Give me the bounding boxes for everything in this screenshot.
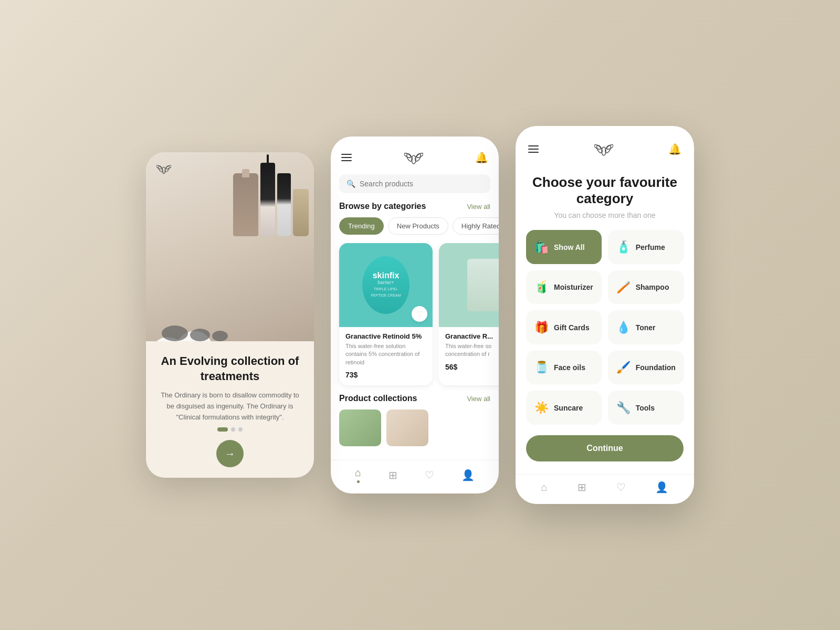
cat-nav-profile[interactable]: 👤 bbox=[655, 481, 668, 494]
cat-label-face-oils: Face oils bbox=[554, 363, 585, 372]
continue-button[interactable]: Continue bbox=[526, 435, 684, 461]
category-bottom-nav: ⌂ ⊞ ♡ 👤 bbox=[516, 474, 694, 504]
product-price-1: 73$ bbox=[345, 371, 426, 379]
product-desc-2: This water-free so concentration of r bbox=[445, 342, 499, 359]
dot-1 bbox=[217, 427, 228, 432]
screens-container: An Evolving collection of treatments The… bbox=[146, 126, 694, 504]
screen-2-browse: 🔔 🔍 Browse by categories View all Trendi… bbox=[331, 136, 499, 494]
category-header: 🔔 bbox=[516, 126, 694, 166]
perfume-emoji: 🧴 bbox=[616, 240, 631, 254]
view-all-categories[interactable]: View all bbox=[467, 203, 490, 211]
cat-tools[interactable]: 🔧 Tools bbox=[608, 391, 684, 425]
home-icon: ⌂ bbox=[355, 467, 361, 479]
cat-label-toner: Toner bbox=[636, 323, 656, 332]
cat-home-icon: ⌂ bbox=[541, 481, 547, 494]
tab-trending[interactable]: Trending bbox=[339, 217, 384, 235]
product-card-1[interactable]: skinfix barrier+TRIPLE LIPID-PEPTIDE CRE… bbox=[339, 243, 433, 385]
logo-small bbox=[156, 161, 171, 177]
toner-emoji: 💧 bbox=[616, 321, 631, 334]
product-price-2: 56$ bbox=[445, 363, 499, 371]
notification-bell[interactable]: 🔔 bbox=[475, 151, 488, 164]
product-card-2[interactable]: Granactive R... This water-free so conce… bbox=[439, 243, 499, 385]
splash-content: An Evolving collection of treatments The… bbox=[146, 341, 314, 478]
category-notification-bell[interactable]: 🔔 bbox=[668, 143, 681, 155]
cat-shampoo[interactable]: 🪥 Shampoo bbox=[608, 270, 684, 304]
dot-2 bbox=[231, 427, 235, 432]
product-info-1: Granactive Retinoid 5% This water-free s… bbox=[339, 327, 433, 385]
svg-point-8 bbox=[404, 152, 412, 159]
cat-perfume[interactable]: 🧴 Perfume bbox=[608, 230, 684, 264]
shampoo-emoji: 🪥 bbox=[616, 280, 631, 294]
nav-wishlist[interactable]: ♡ bbox=[425, 469, 434, 481]
svg-point-14 bbox=[606, 144, 613, 150]
product-desc-1: This water-free solution contains 5% con… bbox=[345, 342, 426, 366]
svg-point-9 bbox=[416, 152, 423, 159]
show-all-emoji: 🛍️ bbox=[534, 240, 549, 254]
cat-heart-icon: ♡ bbox=[616, 481, 626, 494]
cat-nav-grid[interactable]: ⊞ bbox=[578, 481, 586, 494]
screen-3-category: 🔔 Choose your favourite category You can… bbox=[516, 126, 694, 504]
cat-label-foundation: Foundation bbox=[636, 363, 676, 372]
tab-highly-rated[interactable]: Highly Rated bbox=[453, 217, 499, 235]
cat-label-gift: Gift Cards bbox=[554, 323, 590, 332]
nav-home[interactable]: ⌂ bbox=[355, 467, 361, 483]
category-page-subtitle: You can choose more than one bbox=[516, 211, 694, 230]
cat-toner[interactable]: 💧 Toner bbox=[608, 310, 684, 344]
user-icon: 👤 bbox=[461, 469, 475, 481]
dot-3 bbox=[238, 427, 243, 432]
search-icon: 🔍 bbox=[346, 180, 355, 188]
category-tabs: Trending New Products Highly Rated bbox=[331, 217, 499, 243]
pagination-dots bbox=[159, 427, 301, 432]
cat-foundation[interactable]: 🖌️ Foundation bbox=[608, 351, 684, 385]
collection-thumb-2[interactable] bbox=[386, 410, 428, 446]
heart-icon: ♡ bbox=[425, 469, 434, 481]
menu-icon[interactable] bbox=[341, 154, 352, 161]
cat-nav-home[interactable]: ⌂ bbox=[541, 481, 547, 494]
collection-thumb-1[interactable] bbox=[339, 410, 381, 446]
cat-grid-icon: ⊞ bbox=[578, 481, 586, 494]
product-image-1: skinfix barrier+TRIPLE LIPID-PEPTIDE CRE… bbox=[339, 243, 433, 327]
tab-new-products[interactable]: New Products bbox=[388, 217, 448, 235]
product-name-1: Granactive Retinoid 5% bbox=[345, 332, 426, 340]
foundation-emoji: 🖌️ bbox=[616, 361, 631, 374]
grid-icon: ⊞ bbox=[388, 469, 397, 481]
category-logo bbox=[594, 139, 613, 160]
cat-face-oils[interactable]: 🫙 Face oils bbox=[526, 351, 602, 385]
cat-label-shampoo: Shampoo bbox=[636, 283, 669, 291]
cat-gift-cards[interactable]: 🎁 Gift Cards bbox=[526, 310, 602, 344]
cat-show-all[interactable]: 🛍️ Show All bbox=[526, 230, 602, 264]
products-list: skinfix barrier+TRIPLE LIPID-PEPTIDE CRE… bbox=[331, 243, 499, 394]
cat-nav-wishlist[interactable]: ♡ bbox=[616, 481, 626, 494]
search-bar[interactable]: 🔍 bbox=[339, 174, 490, 193]
collections-preview bbox=[331, 410, 499, 446]
svg-point-4 bbox=[165, 165, 171, 170]
product-info-2: Granactive R... This water-free so conce… bbox=[439, 327, 499, 377]
nav-grid[interactable]: ⊞ bbox=[388, 469, 397, 481]
cat-moisturizer[interactable]: 🧃 Moisturizer bbox=[526, 270, 602, 304]
wishlist-button-1[interactable]: ♡ bbox=[412, 306, 427, 322]
gift-emoji: 🎁 bbox=[534, 321, 549, 334]
view-all-collections[interactable]: View all bbox=[467, 395, 490, 403]
cat-user-icon: 👤 bbox=[655, 481, 668, 494]
cat-label-show-all: Show All bbox=[554, 243, 585, 251]
decorative-stones bbox=[162, 326, 228, 341]
product-bottles bbox=[233, 163, 309, 236]
svg-point-3 bbox=[156, 165, 162, 170]
product-image-2 bbox=[439, 243, 499, 327]
search-input[interactable] bbox=[360, 180, 483, 188]
nav-dot-home bbox=[357, 480, 360, 483]
cat-label-tools: Tools bbox=[636, 404, 655, 412]
collections-title: Product collections bbox=[339, 394, 417, 403]
tools-emoji: 🔧 bbox=[616, 401, 631, 415]
next-button[interactable]: → bbox=[216, 440, 244, 467]
nav-profile[interactable]: 👤 bbox=[461, 469, 475, 481]
browse-title: Browse by categories bbox=[339, 202, 426, 211]
cat-suncare[interactable]: ☀️ Suncare bbox=[526, 391, 602, 425]
cat-label-perfume: Perfume bbox=[636, 243, 665, 251]
hero-image bbox=[146, 152, 314, 341]
face-oils-emoji: 🫙 bbox=[534, 361, 549, 374]
screen-1-splash: An Evolving collection of treatments The… bbox=[146, 152, 314, 478]
category-page-title: Choose your favourite category bbox=[516, 166, 694, 211]
moisturizer-emoji: 🧃 bbox=[534, 280, 549, 294]
category-menu-icon[interactable] bbox=[528, 145, 539, 153]
